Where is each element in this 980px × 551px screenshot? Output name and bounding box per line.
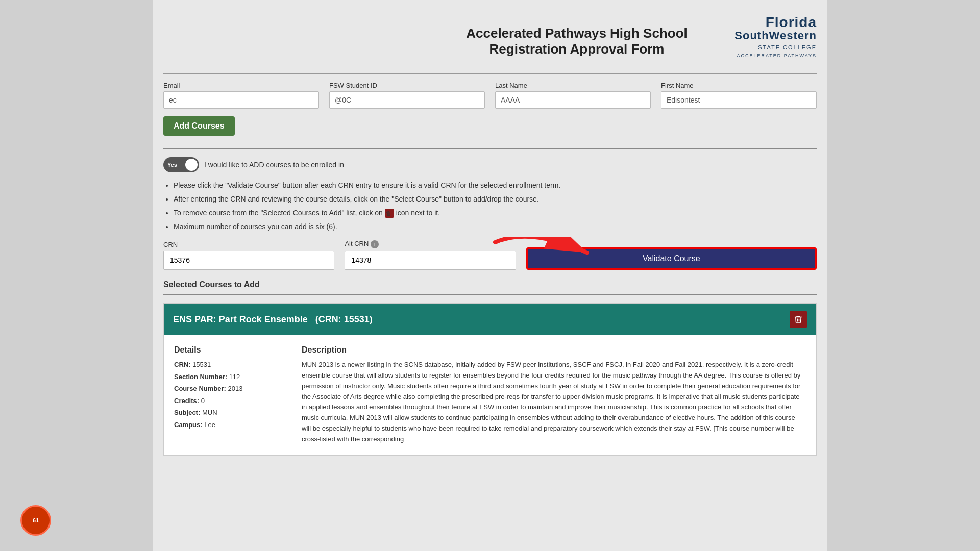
instruction-1: Please click the "Validate Course" butto… — [174, 180, 817, 191]
section-divider — [163, 148, 817, 149]
first-name-label: First Name — [661, 82, 817, 89]
course-card-header: ENS PAR: Part Rock Ensemble (CRN: 15531) — [164, 304, 816, 335]
validate-course-button[interactable]: Validate Course — [526, 247, 817, 270]
description-heading: Description — [302, 345, 806, 355]
delete-course-button[interactable] — [790, 311, 807, 328]
toggle-yes-label: Yes — [167, 162, 177, 168]
course-campus: Campus: Lee — [174, 420, 286, 430]
toggle-switch[interactable]: Yes — [163, 157, 199, 172]
notification-badge[interactable]: 61 — [20, 505, 51, 536]
logo-area: Florida SouthWestern State College Accel… — [715, 15, 817, 58]
instruction-2: After entering the CRN and reviewing the… — [174, 194, 817, 205]
instruction-3: To remove course from the "Selected Cour… — [174, 208, 817, 218]
course-subject: Subject: MUN — [174, 408, 286, 418]
course-credits: Credits: 0 — [174, 396, 286, 406]
courses-divider — [163, 294, 817, 295]
alt-crn-label: Alt CRN i — [345, 240, 516, 248]
alt-crn-field-group: Alt CRN i — [345, 240, 516, 270]
page-title: Accelerated Pathways High School Registr… — [439, 15, 715, 57]
first-name-input[interactable] — [661, 91, 817, 109]
crn-input[interactable] — [163, 251, 334, 270]
course-number: Course Number: 2013 — [174, 384, 286, 394]
add-courses-button[interactable]: Add Courses — [163, 116, 235, 136]
toggle-knob — [185, 159, 198, 171]
last-name-field-group: Last Name — [495, 82, 651, 109]
alt-crn-input[interactable] — [345, 251, 516, 270]
last-name-label: Last Name — [495, 82, 651, 89]
description-text: MUN 2013 is a newer listing in the SCNS … — [302, 360, 806, 444]
remove-icon-example — [385, 209, 394, 218]
details-heading: Details — [174, 345, 286, 355]
course-card-body: Details CRN: 15531 Section Number: 112 C… — [164, 335, 816, 455]
last-name-input[interactable] — [495, 91, 651, 109]
info-icon[interactable]: i — [371, 240, 379, 248]
selected-courses-title: Selected Courses to Add — [163, 280, 817, 289]
crn-field-group: CRN — [163, 241, 334, 270]
email-field-group: Email — [163, 82, 319, 109]
course-details: Details CRN: 15531 Section Number: 112 C… — [174, 345, 286, 444]
email-input[interactable] — [163, 91, 319, 109]
fsw-id-field-group: FSW Student ID — [329, 82, 485, 109]
crn-label: CRN — [163, 241, 334, 248]
crn-row: CRN Alt CRN i Validate Course — [163, 240, 817, 270]
fsw-id-input[interactable] — [329, 91, 485, 109]
page-header: Accelerated Pathways High School Registr… — [163, 15, 817, 58]
course-card: ENS PAR: Part Rock Ensemble (CRN: 15531)… — [163, 303, 817, 455]
logo-southwestern: SouthWestern — [715, 30, 817, 42]
logo-accelerated: Accelerated Pathways — [715, 53, 817, 58]
toggle-row: Yes I would like to ADD courses to be en… — [163, 157, 817, 172]
course-section: Section Number: 112 — [174, 372, 286, 382]
course-crn: CRN: 15531 — [174, 360, 286, 370]
trash-icon — [794, 315, 803, 324]
email-label: Email — [163, 82, 319, 89]
course-title: ENS PAR: Part Rock Ensemble (CRN: 15531) — [173, 314, 373, 325]
instruction-4: Maximum number of courses you can add is… — [174, 221, 817, 232]
form-fields: Email FSW Student ID Last Name First Nam… — [163, 82, 817, 109]
logo-florida: Florida — [715, 15, 817, 30]
header-divider — [163, 73, 817, 74]
toggle-description: I would like to ADD courses to be enroll… — [204, 161, 344, 169]
course-description: Description MUN 2013 is a newer listing … — [302, 345, 806, 444]
first-name-field-group: First Name — [661, 82, 817, 109]
logo-state: State College — [715, 43, 817, 52]
fsw-id-label: FSW Student ID — [329, 82, 485, 89]
instructions-list: Please click the "Validate Course" butto… — [174, 180, 817, 232]
